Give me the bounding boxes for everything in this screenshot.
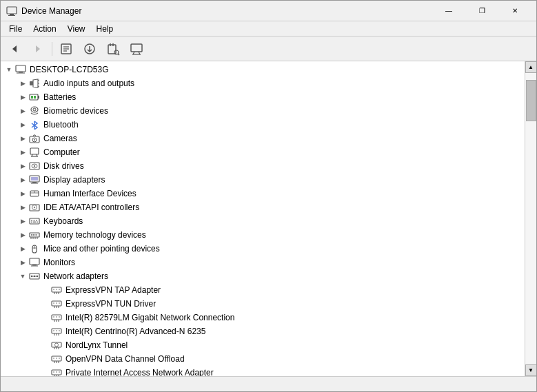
menu-file[interactable]: File bbox=[3, 21, 28, 36]
svg-marker-4 bbox=[36, 45, 40, 52]
net-card-icon-6 bbox=[50, 367, 63, 376]
bluetooth-label: Bluetooth bbox=[43, 120, 79, 130]
hid-expander[interactable] bbox=[17, 188, 28, 199]
cat-batteries[interactable]: Batteries bbox=[1, 90, 525, 104]
disk-expander[interactable] bbox=[17, 161, 28, 172]
device-tree[interactable]: DESKTOP-LC7D53G Audio inputs and outputs bbox=[1, 61, 525, 376]
svg-rect-22 bbox=[30, 81, 33, 85]
keyboards-label: Keyboards bbox=[43, 216, 83, 226]
svg-rect-15 bbox=[131, 44, 142, 52]
audio-icon bbox=[28, 78, 41, 89]
svg-rect-94 bbox=[52, 315, 61, 320]
svg-rect-54 bbox=[31, 220, 32, 221]
svg-rect-53 bbox=[30, 218, 39, 224]
cat-audio[interactable]: Audio inputs and outputs bbox=[1, 76, 525, 90]
net-expressvpn-tap[interactable]: ExpressVPN TAP Adapter bbox=[1, 283, 525, 297]
svg-marker-23 bbox=[33, 79, 38, 87]
cat-ide[interactable]: IDE ATA/ATAPI controllers bbox=[1, 200, 525, 214]
net-item-2-label: Intel(R) 82579LM Gigabit Network Connect… bbox=[65, 313, 234, 322]
network-expander[interactable] bbox=[17, 271, 28, 282]
title-bar: Device Manager — ❐ ✕ bbox=[1, 1, 536, 21]
display-expander[interactable] bbox=[17, 174, 28, 185]
forward-button[interactable] bbox=[27, 39, 49, 59]
monitors-expander[interactable] bbox=[17, 257, 28, 268]
root-label: DESKTOP-LC7D53G bbox=[30, 65, 109, 74]
audio-expander[interactable] bbox=[17, 78, 28, 89]
menu-view[interactable]: View bbox=[62, 21, 91, 36]
cameras-icon bbox=[28, 133, 41, 144]
cat-network[interactable]: Network adapters bbox=[1, 269, 525, 283]
properties-button[interactable] bbox=[55, 39, 77, 59]
scroll-up-button[interactable]: ▲ bbox=[525, 61, 537, 73]
biometric-expander[interactable] bbox=[17, 105, 28, 116]
menu-help[interactable]: Help bbox=[91, 21, 119, 36]
cat-mice[interactable]: Mice and other pointing devices bbox=[1, 242, 525, 256]
net-item-3-label: Intel(R) Centrino(R) Advanced-N 6235 bbox=[65, 327, 205, 336]
scroll-down-button[interactable]: ▼ bbox=[525, 364, 537, 376]
net-expressvpn-tun[interactable]: ExpressVPN TUN Driver bbox=[1, 297, 525, 311]
back-button[interactable] bbox=[3, 39, 26, 59]
minimize-button[interactable]: — bbox=[433, 1, 465, 21]
scan-button[interactable] bbox=[102, 39, 124, 59]
net-openvpn[interactable]: OpenVPN Data Channel Offload bbox=[1, 352, 525, 366]
net-item-5-label: OpenVPN Data Channel Offload bbox=[65, 354, 185, 364]
computer-expander[interactable] bbox=[17, 147, 28, 158]
status-bar bbox=[1, 376, 536, 391]
net-intel-82579[interactable]: Intel(R) 82579LM Gigabit Network Connect… bbox=[1, 311, 525, 324]
cat-cameras[interactable]: Cameras bbox=[1, 132, 525, 145]
restore-button[interactable]: ❐ bbox=[466, 1, 498, 21]
close-button[interactable]: ✕ bbox=[499, 1, 531, 21]
cat-keyboards[interactable]: Keyboards bbox=[1, 214, 525, 228]
keyboards-expander[interactable] bbox=[17, 216, 28, 227]
cat-memory[interactable]: Memory technology devices bbox=[1, 228, 525, 242]
cat-display[interactable]: Display adapters bbox=[1, 173, 525, 187]
svg-rect-55 bbox=[34, 220, 35, 221]
net-card-icon-4 bbox=[50, 340, 63, 351]
svg-rect-101 bbox=[52, 329, 61, 333]
cameras-expander[interactable] bbox=[17, 133, 28, 144]
update-driver-button[interactable] bbox=[79, 39, 101, 59]
scroll-track[interactable] bbox=[525, 73, 537, 364]
keyboards-icon bbox=[28, 216, 41, 227]
net-card-icon-3 bbox=[50, 326, 63, 337]
menu-action[interactable]: Action bbox=[28, 21, 61, 36]
svg-rect-20 bbox=[19, 72, 23, 73]
biometric-icon bbox=[28, 105, 41, 116]
svg-rect-28 bbox=[38, 96, 39, 99]
svg-rect-64 bbox=[37, 234, 38, 236]
svg-point-35 bbox=[34, 139, 35, 141]
net-item-1-label: ExpressVPN TUN Driver bbox=[65, 299, 156, 309]
net-item-4-label: NordLynx Tunnel bbox=[65, 340, 128, 350]
mice-icon bbox=[28, 243, 41, 254]
ide-expander[interactable] bbox=[17, 202, 28, 213]
tree-root[interactable]: DESKTOP-LC7D53G bbox=[1, 63, 525, 76]
net-nordlynx[interactable]: NordLynx Tunnel bbox=[1, 338, 525, 352]
cat-bluetooth[interactable]: Bluetooth bbox=[1, 118, 525, 132]
root-expander[interactable] bbox=[3, 64, 14, 75]
cat-disk[interactable]: Disk drives bbox=[1, 159, 525, 173]
display-label: Display adapters bbox=[43, 175, 105, 185]
svg-rect-56 bbox=[36, 220, 37, 221]
cat-biometric[interactable]: Biometric devices bbox=[1, 104, 525, 118]
disk-label: Disk drives bbox=[43, 161, 84, 171]
svg-point-52 bbox=[34, 207, 35, 208]
svg-line-14 bbox=[118, 54, 119, 55]
svg-rect-62 bbox=[33, 234, 34, 236]
net-pia[interactable]: Private Internet Access Network Adapter bbox=[1, 366, 525, 376]
ide-icon bbox=[28, 202, 41, 213]
vertical-scrollbar[interactable]: ▲ ▼ bbox=[525, 61, 536, 376]
cat-monitors[interactable]: Monitors bbox=[1, 256, 525, 269]
hid-icon bbox=[28, 188, 41, 199]
net-item-0-label: ExpressVPN TAP Adapter bbox=[65, 285, 161, 295]
memory-expander[interactable] bbox=[17, 229, 28, 240]
memory-icon bbox=[28, 229, 41, 240]
cat-computer[interactable]: Computer bbox=[1, 145, 525, 159]
monitor-button[interactable] bbox=[125, 39, 148, 59]
batteries-expander[interactable] bbox=[17, 92, 28, 103]
mice-expander[interactable] bbox=[17, 243, 28, 254]
memory-label: Memory technology devices bbox=[43, 230, 146, 240]
bluetooth-expander[interactable] bbox=[17, 119, 28, 130]
net-intel-centrino[interactable]: Intel(R) Centrino(R) Advanced-N 6235 bbox=[1, 324, 525, 338]
scroll-thumb[interactable] bbox=[526, 80, 536, 121]
cat-hid[interactable]: Human Interface Devices bbox=[1, 187, 525, 200]
